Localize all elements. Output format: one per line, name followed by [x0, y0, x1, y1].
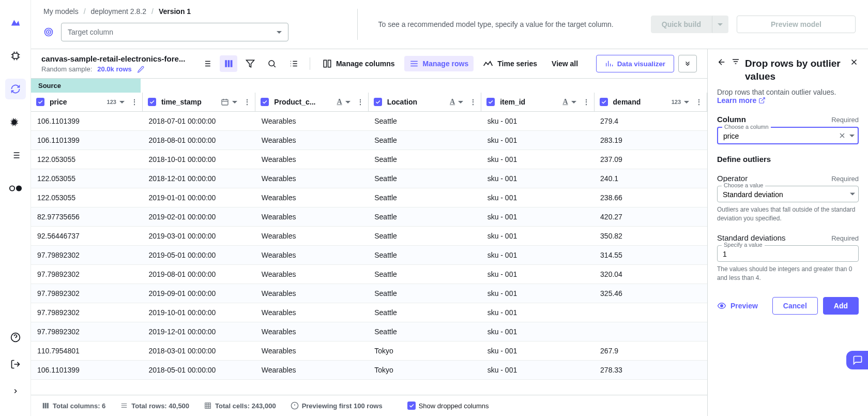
- nav-list-icon[interactable]: [5, 145, 26, 166]
- manage-rows-button[interactable]: Manage rows: [404, 56, 474, 71]
- recommendation-text: To see a recommended model type, specify…: [357, 9, 634, 40]
- operator-value[interactable]: [723, 190, 853, 199]
- chevron-down-icon[interactable]: [458, 101, 463, 103]
- table-cell: sku - 001: [481, 322, 594, 341]
- time-series-button[interactable]: Time series: [478, 56, 542, 71]
- table-cell: 279.4: [594, 112, 707, 131]
- data-visualizer-button[interactable]: Data visualizer: [596, 55, 674, 72]
- filter-icon[interactable]: [732, 57, 740, 66]
- column-header[interactable]: time_stamp ⋮: [142, 93, 255, 112]
- chevron-down-icon[interactable]: [850, 193, 855, 196]
- grid-view-icon[interactable]: [220, 55, 237, 72]
- table-cell: Wearables: [255, 131, 368, 150]
- data-grid: price123 ⋮time_stamp ⋮Product_c...A ⋮Loc…: [31, 93, 707, 380]
- kebab-icon[interactable]: ⋮: [583, 98, 590, 106]
- table-row: 97.798923022019-09-01 00:00:00WearablesS…: [31, 284, 707, 303]
- nav-chip-icon[interactable]: [5, 46, 26, 66]
- edit-icon[interactable]: [137, 66, 144, 73]
- kebab-icon[interactable]: ⋮: [131, 98, 138, 106]
- column-input-wrap[interactable]: Choose a column: [717, 127, 859, 144]
- table-cell: sku - 001: [481, 265, 594, 284]
- table-cell: 314.55: [594, 246, 707, 265]
- search-icon[interactable]: [263, 55, 281, 72]
- column-header[interactable]: demand123 ⋮: [594, 93, 707, 112]
- chevron-down-icon[interactable]: [571, 101, 576, 103]
- table-cell: Wearables: [255, 303, 368, 322]
- nav-star-icon[interactable]: [5, 112, 26, 132]
- steps-icon[interactable]: [285, 55, 302, 72]
- std-label: Standard deviations: [717, 233, 786, 242]
- table-cell: sku - 001: [481, 169, 594, 188]
- column-header[interactable]: LocationA ⋮: [368, 93, 481, 112]
- learn-more-link[interactable]: Learn more: [717, 96, 766, 105]
- table-cell: Wearables: [255, 361, 368, 380]
- table-cell: Wearables: [255, 150, 368, 169]
- column-name: demand: [613, 98, 641, 106]
- target-column-select[interactable]: Target column: [61, 23, 288, 41]
- list-view-icon[interactable]: [198, 55, 216, 72]
- column-name: Product_c...: [274, 98, 315, 106]
- cancel-button[interactable]: Cancel: [772, 297, 818, 315]
- kebab-icon[interactable]: ⋮: [469, 98, 477, 106]
- dataset-name: canvas-sample-retail-electronics-fore...: [41, 54, 185, 63]
- kebab-icon[interactable]: ⋮: [695, 98, 703, 106]
- table-row: 106.11013992018-05-01 00:00:00WearablesT…: [31, 361, 707, 380]
- std-input-wrap[interactable]: Specify a value: [717, 245, 859, 262]
- close-icon[interactable]: [849, 57, 859, 67]
- kebab-icon[interactable]: ⋮: [243, 98, 251, 106]
- nav-expand-icon[interactable]: [5, 381, 26, 402]
- column-checkbox[interactable]: [486, 98, 495, 106]
- chevron-down-icon[interactable]: [849, 135, 855, 137]
- std-input[interactable]: [723, 250, 853, 258]
- preview-button[interactable]: Preview: [717, 301, 758, 310]
- breadcrumb-mid[interactable]: deployment 2.8.2: [91, 7, 146, 16]
- filter-icon[interactable]: [241, 55, 259, 72]
- view-all-button[interactable]: View all: [546, 56, 583, 71]
- chevron-down-icon[interactable]: [119, 101, 125, 103]
- column-checkbox[interactable]: [600, 98, 608, 106]
- table-cell: Seattle: [368, 131, 481, 150]
- table-cell: 2018-10-01 00:00:00: [142, 150, 255, 169]
- add-button[interactable]: Add: [823, 297, 859, 315]
- table-cell: Seattle: [368, 322, 481, 341]
- operator-select[interactable]: Choose a value: [717, 186, 859, 202]
- svg-point-6: [48, 32, 49, 33]
- kebab-icon[interactable]: ⋮: [357, 98, 364, 106]
- column-input[interactable]: [723, 132, 852, 140]
- column-checkbox[interactable]: [36, 98, 44, 106]
- table-cell: [594, 303, 707, 322]
- table-row: 97.798923022019-08-01 00:00:00WearablesS…: [31, 265, 707, 284]
- svg-rect-11: [324, 60, 326, 67]
- table-cell: sku - 001: [481, 303, 594, 322]
- source-tab[interactable]: Source: [31, 79, 141, 93]
- column-checkbox[interactable]: [261, 98, 269, 106]
- table-cell: 92.56446737: [31, 227, 142, 246]
- column-header[interactable]: price123 ⋮: [31, 93, 142, 112]
- chevron-down-icon[interactable]: [345, 101, 351, 103]
- manage-columns-button[interactable]: Manage columns: [317, 56, 400, 71]
- back-icon[interactable]: [717, 57, 726, 67]
- table-cell: sku - 001: [481, 361, 594, 380]
- table-cell: 2018-12-01 00:00:00: [142, 169, 255, 188]
- nav-logout-icon[interactable]: [5, 354, 26, 375]
- more-options-button[interactable]: [678, 55, 697, 72]
- nav-logo-icon[interactable]: [5, 12, 26, 33]
- column-checkbox[interactable]: [374, 98, 382, 106]
- column-header[interactable]: Product_c...A ⋮: [255, 93, 368, 112]
- breadcrumb-root[interactable]: My models: [43, 7, 79, 16]
- svg-rect-12: [328, 60, 330, 67]
- nav-toggle-icon[interactable]: [5, 178, 26, 199]
- chat-fab[interactable]: [846, 351, 868, 369]
- nav-help-icon[interactable]: [5, 327, 26, 348]
- chevron-down-icon[interactable]: [684, 101, 689, 103]
- sample-size[interactable]: 20.0k rows: [97, 65, 132, 73]
- table-cell: 267.9: [594, 341, 707, 361]
- column-header[interactable]: item_idA ⋮: [481, 93, 594, 112]
- table-cell: 2018-08-01 00:00:00: [142, 131, 255, 150]
- nav-refresh-icon[interactable]: [5, 79, 26, 99]
- column-checkbox[interactable]: [148, 98, 156, 106]
- chevron-down-icon[interactable]: [232, 101, 237, 103]
- clear-icon[interactable]: [838, 131, 846, 140]
- show-dropped-checkbox[interactable]: [407, 402, 416, 410]
- table-cell: Tokyo: [368, 361, 481, 380]
